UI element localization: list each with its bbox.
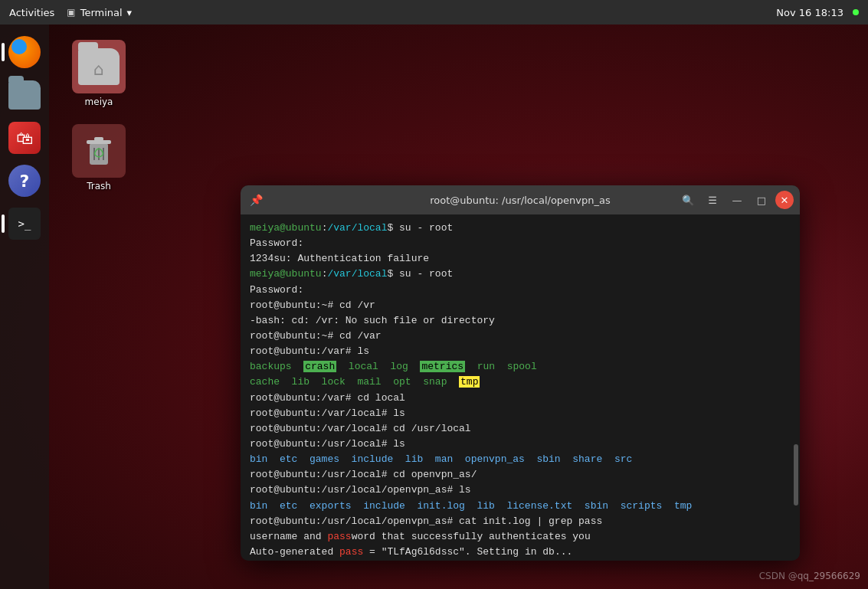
- trash-icon-label: Trash: [87, 181, 111, 191]
- terminal-maximize-button[interactable]: □: [751, 191, 772, 209]
- topbar: Activities ▣ Terminal ▾ Nov 16 18:13: [0, 0, 868, 25]
- terminal-line-4: meiya@ubuntu:/var/local$ su - root: [250, 267, 791, 282]
- terminal-line-1: meiya@ubuntu:/var/local$ su - root: [250, 221, 791, 236]
- terminal-menu[interactable]: ▣ Terminal ▾: [67, 7, 132, 18]
- csdn-watermark: CSDN @qq_29566629: [759, 571, 860, 581]
- files-icon: [8, 80, 41, 110]
- terminal-line-16: bin etc games include lib man openvpn_as…: [250, 452, 791, 467]
- trash-icon: [84, 134, 114, 168]
- terminal-line-18: root@ubuntu:/usr/local/openvpn_as# ls: [250, 483, 791, 498]
- help-icon: ?: [8, 165, 41, 197]
- terminal-window-controls: 🔍 ☰ — □ ✕: [677, 191, 794, 209]
- terminal-menu-icon: ▣: [67, 7, 75, 18]
- terminal-line-2: Password:: [250, 236, 791, 251]
- desktop-icon-meiya[interactable]: ⌂ meiya: [64, 40, 133, 107]
- terminal-titlebar: 📌 root@ubuntu: /usr/local/openvpn_as 🔍 ☰…: [241, 185, 800, 214]
- terminal-line-11: cache lib lock mail opt snap tmp: [250, 375, 791, 390]
- terminal-line-13: root@ubuntu:/var/local# ls: [250, 406, 791, 421]
- terminal-line-5: Password:: [250, 283, 791, 298]
- terminal-line-20: root@ubuntu:/usr/local/openvpn_as# cat i…: [250, 514, 791, 529]
- terminal-line-9: root@ubuntu:/var# ls: [250, 344, 791, 359]
- dock-item-software[interactable]: 🛍: [6, 119, 43, 156]
- terminal-line-14: root@ubuntu:/var/local# cd /usr/local: [250, 421, 791, 437]
- meiya-icon-label: meiya: [85, 97, 113, 107]
- dock-item-terminal[interactable]: >_: [6, 205, 43, 242]
- dock: 🛍 ? >_: [0, 25, 49, 589]
- activities-button[interactable]: Activities: [9, 7, 54, 18]
- dock-item-files[interactable]: [6, 77, 43, 113]
- terminal-line-10: backups crash local log metrics run spoo…: [250, 359, 791, 375]
- terminal-dropdown-icon: ▾: [127, 7, 133, 18]
- terminal-line-12: root@ubuntu:/var# cd local: [250, 391, 791, 406]
- terminal-line-8: root@ubuntu:~# cd /var: [250, 329, 791, 344]
- terminal-close-button[interactable]: ✕: [775, 191, 794, 209]
- terminal-search-button[interactable]: 🔍: [677, 191, 699, 209]
- dock-item-firefox[interactable]: [6, 34, 43, 70]
- topbar-right: Nov 16 18:13: [776, 7, 859, 18]
- terminal-line-23: To login please use the "openvpn" accoun…: [250, 560, 791, 561]
- terminal-line-7: -bash: cd: /vr: No such file or director…: [250, 313, 791, 329]
- terminal-line-3: 1234su: Authentication failure: [250, 251, 791, 267]
- terminal-content[interactable]: meiya@ubuntu:/var/local$ su - root Passw…: [241, 214, 800, 561]
- terminal-line-6: root@ubuntu:~# cd /vr: [250, 298, 791, 313]
- terminal-title-left: 📌: [247, 191, 265, 209]
- scrollbar-thumb[interactable]: [794, 444, 798, 506]
- software-center-icon: 🛍: [8, 122, 41, 154]
- terminal-line-21: username and password that successfully …: [250, 529, 791, 545]
- terminal-dock-icon: >_: [8, 208, 41, 240]
- terminal-line-22: Auto-generated pass = "TLfAg6l6dssc". Se…: [250, 545, 791, 560]
- dock-item-help[interactable]: ?: [6, 162, 43, 199]
- topbar-left: Activities ▣ Terminal ▾: [9, 7, 132, 18]
- trash-folder-bg: [72, 124, 126, 178]
- terminal-line-19: bin etc exports include init.log lib lic…: [250, 499, 791, 514]
- datetime-display: Nov 16 18:13: [776, 7, 843, 18]
- svg-rect-2: [94, 137, 103, 141]
- terminal-line-15: root@ubuntu:/usr/local# ls: [250, 437, 791, 452]
- terminal-pin-icon[interactable]: 📌: [247, 191, 265, 209]
- desktop-icon-trash[interactable]: Trash: [64, 124, 133, 191]
- terminal-minimize-button[interactable]: —: [726, 191, 748, 209]
- terminal-menu-button[interactable]: ☰: [702, 191, 723, 209]
- terminal-menu-label: Terminal: [80, 7, 123, 18]
- terminal-window: 📌 root@ubuntu: /usr/local/openvpn_as 🔍 ☰…: [241, 185, 800, 561]
- terminal-title: root@ubuntu: /usr/local/openvpn_as: [430, 195, 611, 206]
- status-indicator: [853, 9, 859, 15]
- trash-icon-wrap: [78, 131, 120, 171]
- terminal-scrollbar[interactable]: [794, 214, 798, 559]
- firefox-icon: [8, 36, 41, 68]
- terminal-line-17: root@ubuntu:/usr/local# cd openvpn_as/: [250, 467, 791, 483]
- meiya-folder-icon: ⌂: [72, 40, 126, 93]
